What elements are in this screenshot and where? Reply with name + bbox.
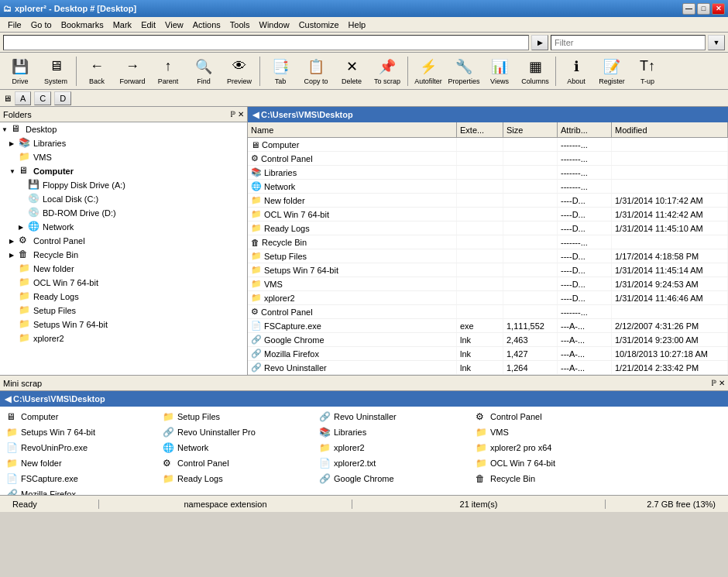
drive-btn-d[interactable]: D [54, 91, 71, 105]
toolbar-btn-register[interactable]: 📝Register [595, 55, 629, 88]
menu-item-file[interactable]: File [3, 19, 26, 31]
scrap-item[interactable]: 📄xplorer2.txt [316, 456, 471, 470]
toolbar-btn-properties[interactable]: 🔧Properties [447, 55, 481, 88]
file-row[interactable]: ⚙Control Panel -------... [248, 305, 728, 319]
scrap-item[interactable]: 📄RevoUninPro.exe [3, 441, 158, 455]
tree-item-desktop[interactable]: ▼🖥Desktop [0, 122, 247, 136]
menu-item-tools[interactable]: Tools [225, 19, 255, 31]
tree-item-setup-files[interactable]: 📁Setup Files [0, 304, 247, 318]
scrap-item[interactable]: 🔗Revo Uninstaller Pro [160, 425, 314, 439]
file-row[interactable]: 📚Libraries -------... [248, 166, 728, 180]
tree-arrow[interactable]: ▶ [19, 224, 28, 231]
toolbar-btn-delete[interactable]: ✕Delete [335, 55, 369, 88]
scrap-item[interactable]: 🔗Mozilla Firefox [3, 487, 158, 495]
tree-item-local-disk-(c:)[interactable]: 💿Local Disk (C:) [0, 192, 247, 206]
col-header-name[interactable]: Name [248, 122, 457, 137]
tree-arrow[interactable]: ▶ [9, 238, 19, 245]
tree-item-network[interactable]: ▶🌐Network [0, 220, 247, 234]
toolbar-btn-tup[interactable]: T↑T-up [630, 55, 664, 88]
scrap-item[interactable]: 🔗Google Chrome [316, 472, 471, 486]
menu-item-help[interactable]: Help [344, 19, 371, 31]
tree-arrow[interactable]: ▶ [9, 252, 19, 259]
scrap-item[interactable]: 📁Ready Logs [160, 472, 314, 486]
close-button[interactable]: ✕ [712, 3, 725, 15]
toolbar-btn-back[interactable]: ←Back [80, 55, 114, 88]
file-row[interactable]: 🔗Revo Uninstaller lnk 1,264 ---A-... 1/2… [248, 361, 728, 375]
menu-item-mark[interactable]: Mark [108, 19, 136, 31]
menu-item-window[interactable]: Window [255, 19, 294, 31]
go-button[interactable]: ▶ [531, 35, 548, 50]
file-row[interactable]: 📁Setup Files ----D... 1/17/2014 4:18:58 … [248, 249, 728, 263]
scrap-item[interactable]: 🖥Computer [3, 410, 158, 424]
tree-arrow[interactable]: ▼ [2, 126, 11, 133]
folders-tree[interactable]: ▼🖥Desktop▶📚Libraries📁VMS▼🖥Computer💾Flopp… [0, 122, 247, 375]
file-row[interactable]: 🗑Recycle Bin -------... [248, 235, 728, 249]
tree-item-vms[interactable]: 📁VMS [0, 150, 247, 164]
file-row[interactable]: 🌐Network -------... [248, 180, 728, 194]
tree-item-bd-rom-drive-(d:)[interactable]: 💿BD-ROM Drive (D:) [0, 206, 247, 220]
file-row[interactable]: 📄FSCapture.exe exe 1,111,552 ---A-... 2/… [248, 319, 728, 333]
tree-item-new-folder[interactable]: 📁New folder [0, 262, 247, 276]
scrap-item[interactable]: 📄FSCapture.exe [3, 472, 158, 486]
filter-input[interactable] [551, 35, 706, 50]
tree-item-xplorer2[interactable]: 📁xplorer2 [0, 331, 247, 345]
file-row[interactable]: 🔗Mozilla Firefox lnk 1,427 ---A-... 10/1… [248, 347, 728, 361]
toolbar-btn-find[interactable]: 🔍Find [187, 55, 221, 88]
file-row[interactable]: 📁xplorer2 ----D... 1/31/2014 11:46:46 AM [248, 291, 728, 305]
toolbar-btn-toscrap[interactable]: 📌To scrap [370, 55, 404, 88]
col-header-attrib...[interactable]: Attrib... [558, 122, 612, 137]
filter-options-button[interactable]: ▼ [708, 35, 725, 50]
tree-item-libraries[interactable]: ▶📚Libraries [0, 136, 247, 150]
col-header-modified[interactable]: Modified [612, 122, 728, 137]
toolbar-btn-about[interactable]: ℹAbout [559, 55, 593, 88]
toolbar-btn-system[interactable]: 🖥System [39, 55, 73, 88]
toolbar-btn-autofilter[interactable]: ⚡Autofilter [411, 55, 445, 88]
tree-arrow[interactable]: ▶ [9, 140, 19, 147]
tree-item-setups-win-7-64-bit[interactable]: 📁Setups Win 7 64-bit [0, 318, 247, 331]
menu-item-view[interactable]: View [160, 19, 188, 31]
miniscrap-content[interactable]: 🖥Computer📁Setup Files🔗Revo Uninstaller⚙C… [0, 407, 728, 495]
tree-item-floppy-disk-drive-(a:)[interactable]: 💾Floppy Disk Drive (A:) [0, 178, 247, 192]
scrap-item[interactable]: 📁Setup Files [160, 410, 314, 424]
scrap-item[interactable]: 📁xplorer2 [316, 441, 471, 455]
scrap-item[interactable]: 📁VMS [472, 425, 627, 439]
file-row[interactable]: 🔗Google Chrome lnk 2,463 ---A-... 1/31/2… [248, 333, 728, 347]
drive-btn-a[interactable]: A [15, 91, 31, 105]
file-list[interactable]: NameExte...SizeAttrib...Modified 🖥Comput… [248, 122, 728, 375]
maximize-button[interactable]: □ [697, 3, 710, 15]
col-header-size[interactable]: Size [503, 122, 558, 137]
scrap-item[interactable]: 📁xplorer2 pro x64 [472, 441, 627, 455]
scrap-item[interactable]: 🔗Revo Uninstaller [316, 410, 471, 424]
menu-item-go-to[interactable]: Go to [26, 19, 57, 31]
scrap-item[interactable]: 📁OCL Win 7 64-bit [472, 456, 627, 470]
file-row[interactable]: 📁Ready Logs ----D... 1/31/2014 11:45:10 … [248, 222, 728, 235]
scrap-item[interactable]: 📁Setups Win 7 64-bit [3, 425, 158, 439]
tree-item-computer[interactable]: ▼🖥Computer [0, 164, 247, 178]
tree-item-recycle-bin[interactable]: ▶🗑Recycle Bin [0, 248, 247, 262]
menu-item-customize[interactable]: Customize [294, 19, 344, 31]
menu-item-actions[interactable]: Actions [188, 19, 225, 31]
file-row[interactable]: 🖥Computer -------... [248, 138, 728, 152]
menu-item-bookmarks[interactable]: Bookmarks [57, 19, 108, 31]
col-header-exte...[interactable]: Exte... [457, 122, 503, 137]
file-row[interactable]: 📁OCL Win 7 64-bit ----D... 1/31/2014 11:… [248, 208, 728, 222]
tree-arrow[interactable]: ▼ [9, 168, 19, 175]
address-input[interactable]: C:\Users\VMS\Desktop [3, 35, 529, 50]
toolbar-btn-columns[interactable]: ▦Columns [518, 55, 552, 88]
file-row[interactable]: 📁Setups Win 7 64-bit ----D... 1/31/2014 … [248, 263, 728, 277]
toolbar-btn-drive[interactable]: 💾Drive [3, 55, 37, 88]
toolbar-btn-copyto[interactable]: 📋Copy to [299, 55, 333, 88]
scrap-item[interactable]: 📁New folder [3, 456, 158, 470]
drive-btn-c[interactable]: C [34, 91, 51, 105]
toolbar-btn-views[interactable]: 📊Views [482, 55, 517, 88]
tree-item-control-panel[interactable]: ▶⚙Control Panel [0, 234, 247, 248]
toolbar-btn-preview[interactable]: 👁Preview [222, 55, 256, 88]
scrap-item[interactable]: 🌐Network [160, 441, 314, 455]
minimize-button[interactable]: — [682, 3, 695, 15]
toolbar-btn-forward[interactable]: →Forward [115, 55, 149, 88]
scrap-item[interactable]: ⚙Control Panel [472, 410, 627, 424]
scrap-item[interactable]: ⚙Control Panel [160, 456, 314, 470]
tree-item-ocl-win-7-64-bit[interactable]: 📁OCL Win 7 64-bit [0, 276, 247, 290]
file-row[interactable]: 📁VMS ----D... 1/31/2014 9:24:53 AM [248, 277, 728, 291]
file-row[interactable]: ⚙Control Panel -------... [248, 152, 728, 166]
